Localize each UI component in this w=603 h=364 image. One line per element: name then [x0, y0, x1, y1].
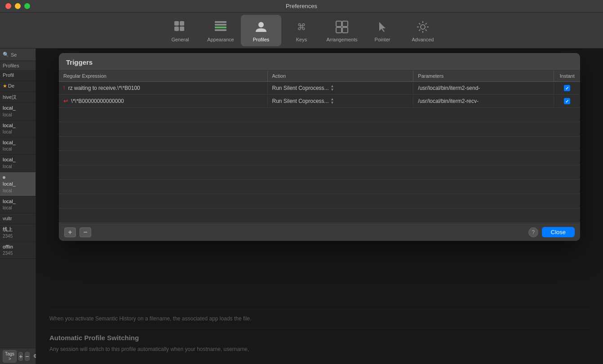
window-controls: [5, 3, 30, 9]
list-item[interactable]: offlin 2345: [0, 242, 35, 259]
table-row-empty: [59, 209, 580, 223]
toolbar-item-keys[interactable]: ⌘ Keys: [281, 15, 322, 46]
remove-trigger-button[interactable]: −: [80, 227, 91, 237]
row-warning-icon: !: [63, 85, 65, 91]
action-cell: Run Silent Coprocess... ▲▼: [267, 82, 413, 95]
modal-title: Triggers: [66, 58, 93, 66]
toolbar-item-pointer[interactable]: Pointer: [362, 15, 403, 46]
triggers-modal: Triggers Regular Expression Action Param…: [59, 53, 580, 241]
col-header-regex: Regular Expression: [59, 71, 267, 82]
close-modal-button[interactable]: Close: [542, 227, 575, 237]
profile-item-name: local_: [3, 105, 33, 111]
list-item[interactable]: local_ local: [0, 172, 35, 196]
svg-point-14: [421, 25, 425, 29]
toolbar-item-general[interactable]: General: [160, 15, 200, 46]
table-row-empty: [59, 165, 580, 180]
profile-item-name: vultr: [3, 216, 12, 221]
modal-overlay: Triggers Regular Expression Action Param…: [36, 49, 603, 364]
main-area: 🔍 Profiles Profil ★De hive汉 local_ local…: [0, 49, 603, 364]
list-item[interactable]: ★De: [0, 81, 35, 92]
col-header-instant: Instant: [554, 71, 580, 82]
row-arrow-icon: ↩: [63, 98, 68, 104]
instant-checkbox[interactable]: [564, 98, 570, 104]
profile-item-name: local_: [3, 198, 33, 205]
tags-button[interactable]: Tags >: [3, 350, 17, 363]
svg-rect-0: [174, 21, 179, 26]
params-cell: /usr/local/bin/iterm2-send-: [413, 82, 554, 95]
advanced-icon: [415, 19, 431, 35]
appearance-label: Appearance: [207, 37, 234, 42]
list-item[interactable]: Profil: [0, 70, 35, 81]
profiles-icon: [253, 19, 269, 35]
params-cell: /usr/local/bin/iterm2-recv-: [413, 95, 554, 108]
svg-text:⌘: ⌘: [297, 22, 306, 32]
svg-rect-3: [180, 27, 184, 31]
list-item[interactable]: hive汉: [0, 92, 35, 103]
profiles-label: Profiles: [253, 37, 270, 42]
profile-item-sub: local: [3, 146, 33, 152]
search-input[interactable]: [11, 52, 33, 58]
table-row-empty: [59, 194, 580, 209]
modal-title-bar: Triggers: [59, 53, 580, 71]
general-label: General: [171, 37, 189, 42]
list-item[interactable]: local_ local: [0, 120, 35, 138]
profile-item-name: hive汉: [3, 94, 17, 100]
list-item[interactable]: local_ local: [0, 155, 35, 172]
toolbar-item-advanced[interactable]: Advanced: [403, 15, 443, 46]
help-button[interactable]: ?: [528, 227, 538, 237]
remove-profile-button[interactable]: −: [25, 352, 29, 361]
sidebar: 🔍 Profiles Profil ★De hive汉 local_ local…: [0, 49, 36, 364]
col-header-action: Action: [267, 71, 413, 82]
svg-rect-10: [336, 21, 341, 27]
general-icon: [172, 19, 188, 35]
minimize-button[interactable]: [15, 3, 21, 9]
svg-rect-1: [180, 21, 184, 26]
toolbar-item-profiles[interactable]: Profiles: [241, 15, 281, 46]
maximize-button[interactable]: [24, 3, 30, 9]
regex-cell: ↩ \*\*B00000000000000: [59, 95, 267, 108]
triggers-table: Regular Expression Action Parameters Ins…: [59, 71, 580, 223]
svg-rect-13: [342, 27, 348, 33]
add-trigger-button[interactable]: +: [64, 227, 76, 237]
profile-item-name: local_: [3, 156, 33, 163]
list-item[interactable]: local_ local: [0, 138, 35, 155]
add-profile-button[interactable]: +: [18, 352, 23, 361]
profile-item-name: local_: [3, 139, 33, 146]
keys-label: Keys: [296, 37, 307, 42]
close-button[interactable]: [5, 3, 11, 9]
svg-rect-6: [215, 27, 226, 28]
toolbar: General Appearance Profiles ⌘: [0, 13, 603, 49]
col-header-parameters: Parameters: [413, 71, 554, 82]
instant-checkbox[interactable]: [564, 85, 570, 91]
window-title: Preferences: [286, 3, 317, 9]
list-item[interactable]: local_ local: [0, 103, 35, 120]
pointer-icon: [374, 19, 390, 35]
profile-item-name: offlin: [3, 244, 33, 250]
stepper-icon[interactable]: ▲▼: [331, 98, 334, 105]
profile-item-name: local_: [3, 181, 33, 187]
table-row[interactable]: ↩ \*\*B00000000000000 Run Silent Coproce…: [59, 95, 580, 108]
modal-footer: + − ? Close: [59, 223, 580, 241]
appearance-icon: [213, 19, 229, 35]
search-icon: 🔍: [3, 52, 9, 58]
modal-body: Regular Expression Action Parameters Ins…: [59, 71, 580, 223]
list-item[interactable]: vultr: [0, 213, 35, 224]
table-row[interactable]: ! rz waiting to receive.\*\*B0100 Run Si…: [59, 82, 580, 95]
stepper-icon[interactable]: ▲▼: [331, 84, 334, 92]
bottom-bar: Tags > + − ⚙ Other Actions... ▼: [0, 348, 35, 364]
svg-point-8: [258, 22, 264, 27]
profile-item-sub: local: [3, 164, 33, 170]
search-bar[interactable]: 🔍: [0, 49, 35, 61]
svg-rect-5: [215, 24, 226, 26]
list-item[interactable]: 线上 2345: [0, 224, 35, 241]
star-icon: ★: [3, 83, 7, 89]
profile-item-sub: local: [3, 112, 33, 118]
svg-rect-4: [215, 21, 226, 23]
list-item[interactable]: local_ local: [0, 196, 35, 213]
table-row-empty: [59, 180, 580, 194]
toolbar-item-appearance[interactable]: Appearance: [200, 15, 241, 46]
table-row-empty: [59, 108, 580, 122]
svg-rect-2: [174, 27, 179, 31]
toolbar-item-arrangements[interactable]: Arrangements: [322, 15, 362, 46]
profile-item-sub: local: [3, 188, 33, 194]
